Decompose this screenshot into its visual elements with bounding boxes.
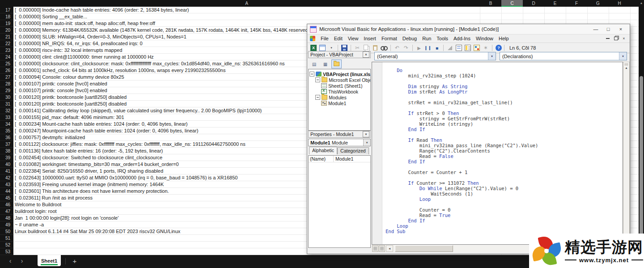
tree-item-microsoft-excel-objects[interactable]: Microsoft Excel Objects: [309, 77, 370, 83]
column-header-e[interactable]: E: [544, 0, 566, 7]
mdi-restore-icon[interactable]: [612, 36, 620, 42]
row-header-21[interactable]: 21: [0, 34, 13, 40]
excel-vertical-scrollbar[interactable]: ▲: [639, 0, 644, 255]
row-header-47[interactable]: 47: [0, 208, 13, 215]
minimize-icon[interactable]: —: [589, 26, 602, 33]
row-header-22[interactable]: 22: [0, 40, 13, 47]
redo-icon[interactable]: ↷: [402, 44, 410, 52]
menu-item-file[interactable]: File: [318, 34, 331, 43]
menu-item-insert[interactable]: Insert: [361, 34, 379, 43]
prev-sheet-icon[interactable]: ‹: [7, 255, 13, 268]
reset-icon[interactable]: ■: [433, 44, 441, 52]
hscroll-thumb[interactable]: [395, 245, 453, 252]
next-sheet-icon[interactable]: ›: [19, 255, 25, 268]
column-header-g[interactable]: G: [587, 0, 609, 7]
row-header-38[interactable]: 38: [0, 148, 13, 154]
object-dropdown[interactable]: (General) ▾: [374, 52, 496, 60]
row-header-49[interactable]: 49: [0, 221, 13, 228]
row-header-46[interactable]: 46: [0, 201, 13, 208]
column-header-c[interactable]: C: [501, 0, 523, 7]
column-header-h[interactable]: H: [609, 0, 630, 7]
tree-item-module1[interactable]: Module1: [309, 100, 370, 106]
scroll-up-icon[interactable]: ▲: [623, 66, 629, 69]
row-header-19[interactable]: 19: [0, 20, 13, 27]
object-browser-icon[interactable]: [473, 44, 481, 52]
menu-item-help[interactable]: Help: [496, 34, 512, 43]
procedure-dropdown[interactable]: (Declarations) ▾: [500, 52, 627, 60]
row-header-24[interactable]: 24: [0, 54, 13, 60]
excel-scrollbar-thumb[interactable]: [640, 76, 643, 242]
tree-item-thisworkbook[interactable]: ThisWorkbook: [309, 89, 370, 94]
break-icon[interactable]: ❙❙: [424, 44, 432, 52]
row-header-23[interactable]: 23: [0, 47, 13, 54]
column-header-a[interactable]: A: [13, 0, 480, 7]
tree-item-vbaproject-linux-xlsm[interactable]: VBAProject (linux.xlsm): [309, 71, 370, 77]
view-object-icon[interactable]: ▦: [320, 60, 330, 68]
menu-item-window[interactable]: Window: [473, 34, 496, 43]
column-header-f[interactable]: F: [566, 0, 587, 7]
menu-item-run[interactable]: Run: [419, 34, 434, 43]
design-mode-icon[interactable]: [446, 44, 454, 52]
mdi-minimize-icon[interactable]: [604, 36, 612, 42]
project-panel-close-icon[interactable]: ×: [363, 51, 369, 58]
run-icon[interactable]: ▶: [415, 44, 423, 52]
row-header-31[interactable]: 31: [0, 101, 13, 107]
row-header-39[interactable]: 39: [0, 154, 13, 161]
row-header-43[interactable]: 43: [0, 181, 13, 188]
menu-item-debug[interactable]: Debug: [400, 34, 419, 43]
procedure-view-icon[interactable]: [372, 245, 378, 252]
tree-item-sheet1-sheet1[interactable]: Sheet1 (Sheet1): [309, 83, 370, 89]
column-header-b[interactable]: B: [480, 0, 501, 7]
help-icon[interactable]: ?: [495, 44, 503, 52]
tab-categorized[interactable]: Categorized: [337, 147, 369, 154]
column-header-d[interactable]: D: [523, 0, 544, 7]
row-header-25[interactable]: 25: [0, 60, 13, 67]
menu-item-edit[interactable]: Edit: [331, 34, 345, 43]
menu-item-tools[interactable]: Tools: [434, 34, 451, 43]
view-code-icon[interactable]: ▤: [309, 60, 319, 68]
row-header-34[interactable]: 34: [0, 121, 13, 128]
row-header-30[interactable]: 30: [0, 94, 13, 101]
sheet-tab-sheet1[interactable]: Sheet1: [38, 255, 61, 266]
chevron-down-icon[interactable]: ▾: [363, 139, 370, 146]
split-box[interactable]: [624, 63, 629, 66]
row-header-35[interactable]: 35: [0, 128, 13, 134]
row-header-41[interactable]: 41: [0, 168, 13, 174]
code-editor[interactable]: Do mini_rv32ima_step (1024) Dim stringy …: [372, 62, 623, 245]
project-explorer-icon[interactable]: [455, 44, 463, 52]
row-header-36[interactable]: 36: [0, 134, 13, 141]
row-header-42[interactable]: 42: [0, 174, 13, 181]
toolbox-icon[interactable]: ✶: [482, 44, 490, 52]
mdi-close-icon[interactable]: ×: [620, 36, 628, 42]
property-value[interactable]: Module1: [334, 156, 353, 162]
properties-window-icon[interactable]: [464, 44, 472, 52]
row-header-18[interactable]: 18: [0, 13, 13, 20]
collapse-icon[interactable]: [315, 77, 320, 82]
find-icon[interactable]: [380, 44, 388, 52]
row-header-37[interactable]: 37: [0, 141, 13, 148]
row-header-44[interactable]: 44: [0, 188, 13, 195]
menu-item-format[interactable]: Format: [379, 34, 400, 43]
paste-icon[interactable]: [371, 44, 379, 52]
row-header-53[interactable]: 53: [0, 248, 13, 255]
toggle-folders-icon[interactable]: [331, 60, 342, 68]
row-header-27[interactable]: 27: [0, 74, 13, 81]
row-header-26[interactable]: 26: [0, 67, 13, 74]
scroll-up-icon[interactable]: ▲: [639, 0, 644, 6]
undo-icon[interactable]: ↶: [393, 44, 401, 52]
row-header-28[interactable]: 28: [0, 81, 13, 87]
maximize-icon[interactable]: □: [602, 26, 614, 33]
add-sheet-button[interactable]: +: [71, 255, 79, 268]
chevron-down-icon[interactable]: ▾: [488, 52, 496, 60]
object-selector[interactable]: Module1 Module ▾: [308, 139, 371, 146]
menu-item-addins[interactable]: Add-Ins: [451, 34, 473, 43]
row-header-20[interactable]: 20: [0, 27, 13, 34]
collapse-icon[interactable]: [315, 95, 320, 100]
menu-item-view[interactable]: View: [345, 34, 361, 43]
close-icon[interactable]: ×: [614, 26, 627, 33]
full-module-view-icon[interactable]: [379, 245, 385, 252]
vba-title-bar[interactable]: Microsoft Visual Basic for Applications …: [307, 24, 630, 34]
tab-alphabetic[interactable]: Alphabetic: [309, 147, 337, 154]
row-header-52[interactable]: 52: [0, 242, 13, 248]
row-header-40[interactable]: 40: [0, 161, 13, 168]
